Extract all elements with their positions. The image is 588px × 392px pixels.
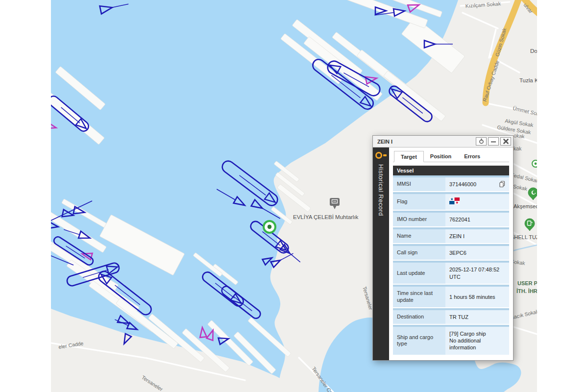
minimize-icon[interactable]	[488, 137, 499, 146]
row-value	[445, 194, 509, 209]
panel-title: ZEIN I	[377, 139, 474, 145]
table-row: Ship and cargo type[79] Cargo ship No ad…	[393, 325, 509, 355]
tab-errors[interactable]: Errors	[458, 151, 487, 162]
target-ring[interactable]	[264, 221, 275, 233]
table-row: DestinationTR TUZ	[393, 308, 509, 324]
biz-label: USER PE	[517, 280, 537, 286]
row-value: 371446000	[445, 177, 509, 191]
place-label: EVLİYA ÇELEBİ Muhtarlık	[293, 214, 359, 220]
table-row: Call sign3EPC6	[393, 244, 509, 260]
table-row: Time since last update1 hours 58 minutes	[393, 285, 509, 307]
row-label: Call sign	[393, 246, 445, 260]
table-row: Last update2025-12-17 07:48:52 UTC	[393, 261, 509, 284]
row-label: MMSI	[393, 177, 445, 191]
row-value: [79] Cargo ship No additional informatio…	[445, 327, 509, 355]
row-value: 1 hours 58 minutes	[445, 287, 509, 307]
row-value: 2025-12-17 07:48:52 UTC	[445, 263, 509, 284]
row-label: IMO number	[393, 213, 445, 226]
row-label: Flag	[393, 194, 445, 209]
copy-icon[interactable]	[498, 181, 506, 188]
poi-label: Akşemsed	[514, 203, 537, 209]
row-label: Time since last update	[393, 287, 445, 307]
green-circle[interactable]	[532, 160, 537, 167]
close-icon[interactable]	[500, 137, 511, 146]
street-label: okak	[514, 132, 525, 139]
place-label: Tuzla K	[519, 77, 537, 83]
row-label: Ship and cargo type	[393, 327, 445, 355]
street-label: kak	[514, 146, 522, 151]
poi-label: SHELL TUZ	[511, 234, 537, 240]
tab-target[interactable]: Target	[394, 151, 424, 162]
sidebar-label: Historical Record	[377, 164, 385, 216]
row-value: 3EPC6	[445, 246, 509, 260]
key-icon	[375, 152, 387, 159]
locate-icon[interactable]	[476, 137, 487, 146]
historical-record-sidebar[interactable]: Historical Record	[373, 147, 389, 360]
table-row: IMO number7622041	[393, 211, 509, 226]
app-window: { "panel": { "title": "ZEIN I", "sidebar…	[0, 0, 588, 392]
table-row: Flag	[393, 192, 509, 209]
section-header-vessel: Vessel	[393, 166, 509, 175]
panel-header[interactable]: ZEIN I	[373, 136, 513, 147]
vessel-info-panel: ZEIN I Historical Record TargetPositionE…	[372, 135, 514, 361]
row-label: Name	[393, 229, 445, 243]
tab-strip: TargetPositionErrors	[393, 151, 509, 162]
table-row: MMSI371446000	[393, 175, 509, 191]
row-value: ZEIN I	[445, 229, 509, 243]
biz-label: İTH. İHR.	[516, 288, 537, 294]
row-label: Last update	[393, 263, 445, 284]
vessel-table: MMSI371446000 Flag IMO number7622041Name…	[393, 175, 509, 355]
table-row: NameZEIN I	[393, 227, 509, 243]
row-value: 7622041	[445, 213, 509, 226]
tab-position[interactable]: Position	[424, 151, 458, 162]
place-label: Dou	[530, 48, 537, 54]
row-value: TR TUZ	[445, 310, 509, 324]
panel-content: TargetPositionErrors Vessel MMSI37144600…	[389, 147, 513, 360]
row-label: Destination	[393, 310, 445, 324]
panama-flag	[449, 197, 460, 204]
